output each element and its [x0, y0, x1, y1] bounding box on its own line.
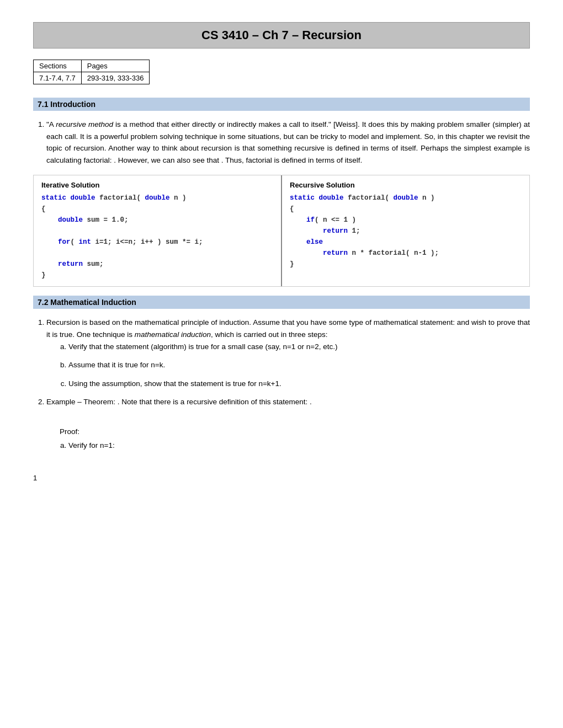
iter-line-2: {: [41, 204, 273, 215]
section-72-heading: 7.2 Mathematical Induction: [33, 296, 530, 309]
induction-sub-b: Assume that it is true for n=k.: [68, 359, 530, 371]
induction-text-after: , which is carried out in three steps:: [211, 330, 328, 339]
page-number: 1: [33, 474, 530, 482]
rec-line-1: static double factorial( double n ): [290, 192, 522, 204]
rec-line-5: else: [290, 237, 522, 248]
iterative-title: Iterative Solution: [41, 181, 273, 189]
iterative-code-col: Iterative Solution static double factori…: [34, 175, 282, 286]
section-72-item-1: Recursion is based on the mathematical p…: [46, 317, 530, 389]
pages-header: Pages: [81, 60, 150, 72]
rec-line-2: {: [290, 204, 522, 215]
page-title-bar: CS 3410 – Ch 7 – Recursion: [33, 22, 530, 49]
section-71-heading: 7.1 Introduction: [33, 98, 530, 111]
italic-math-induction: mathematical induction: [135, 330, 211, 339]
code-comparison: Iterative Solution static double factori…: [33, 175, 530, 287]
induction-sub-a: Verify that the statement (algorithm) is…: [68, 341, 530, 353]
text-before-italic: "A: [46, 120, 56, 129]
section-72-item-2: Example – Theorem: . Note that there is …: [46, 396, 530, 451]
iter-line-6: [41, 248, 273, 259]
proof-sub-list: Verify for n=1:: [68, 440, 530, 452]
proof-label: Proof:: [60, 426, 530, 438]
rec-line-7: }: [290, 259, 522, 270]
iter-line-4: [41, 226, 273, 237]
iter-line-3: double sum = 1.0;: [41, 215, 273, 226]
italic-recursive-method: recursive method: [56, 120, 113, 129]
section-72-content: Recursion is based on the mathematical p…: [33, 317, 530, 451]
recursive-code-col: Recursive Solution static double factori…: [282, 175, 529, 286]
sections-table: Sections Pages 7.1-7.4, 7.7 293-319, 333…: [33, 60, 150, 84]
iter-line-1: static double factorial( double n ): [41, 192, 273, 204]
iter-line-7: return sum;: [41, 259, 273, 270]
rec-line-6: return n * factorial( n-1 );: [290, 248, 522, 259]
iter-line-5: for( int i=1; i<=n; i++ ) sum *= i;: [41, 237, 273, 248]
iter-line-8: }: [41, 270, 273, 281]
section-71-content: "A recursive method is a method that eit…: [33, 119, 530, 166]
section-72-list-2: Example – Theorem: . Note that there is …: [46, 396, 530, 451]
text-after-italic: is a method that either directly or indi…: [46, 120, 530, 164]
recursive-title: Recursive Solution: [290, 181, 522, 189]
sections-value: 7.1-7.4, 7.7: [34, 72, 82, 84]
page-title: CS 3410 – Ch 7 – Recursion: [45, 28, 518, 42]
proof-sub-a: Verify for n=1:: [68, 440, 530, 452]
section-71-list: "A recursive method is a method that eit…: [46, 119, 530, 166]
induction-sub-list: Verify that the statement (algorithm) is…: [68, 341, 530, 390]
sections-header: Sections: [34, 60, 82, 72]
pages-value: 293-319, 333-336: [81, 72, 150, 84]
induction-sub-c: Using the assumption, show that the stat…: [68, 378, 530, 390]
section-71-item-1: "A recursive method is a method that eit…: [46, 119, 530, 166]
rec-line-3: if( n <= 1 ): [290, 215, 522, 226]
section-72-list: Recursion is based on the mathematical p…: [46, 317, 530, 389]
theorem-text: Example – Theorem: . Note that there is …: [46, 398, 312, 406]
rec-line-4: return 1;: [290, 226, 522, 237]
